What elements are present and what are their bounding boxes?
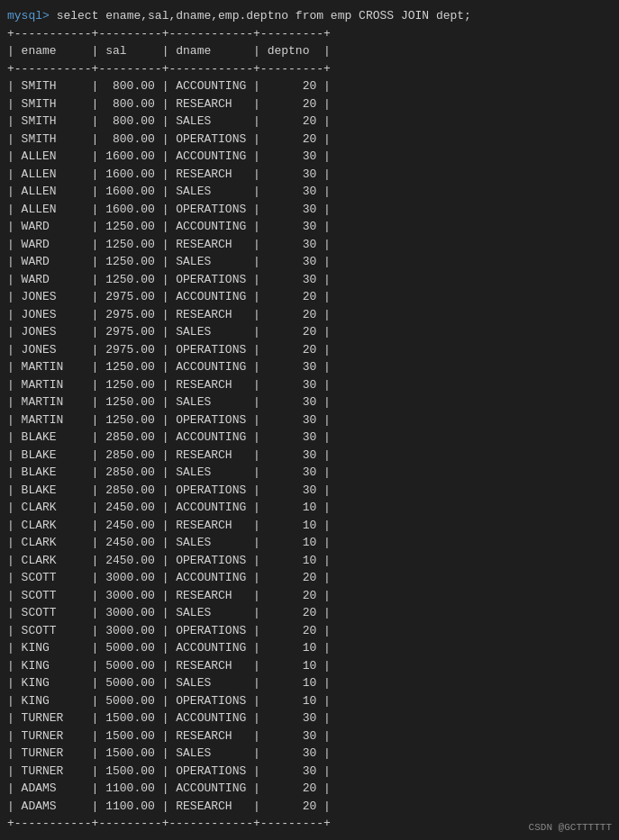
data-row: | WARD | 1250.00 | ACCOUNTING | 30 | (7, 220, 331, 233)
data-row: | KING | 5000.00 | SALES | 10 | (7, 676, 331, 690)
data-row: | JONES | 2975.00 | OPERATIONS | 20 | (7, 343, 331, 357)
data-row: | MARTIN | 1250.00 | ACCOUNTING | 30 | (7, 360, 331, 374)
data-row: | TURNER | 1500.00 | RESEARCH | 30 | (7, 729, 331, 743)
data-row: | CLARK | 2450.00 | ACCOUNTING | 10 | (7, 501, 331, 514)
data-row: | CLARK | 2450.00 | RESEARCH | 10 | (7, 519, 331, 532)
data-row: | MARTIN | 1250.00 | RESEARCH | 30 | (7, 378, 331, 392)
data-row: | SCOTT | 3000.00 | OPERATIONS | 20 | (7, 624, 331, 637)
data-row: | ALLEN | 1600.00 | RESEARCH | 30 | (7, 167, 331, 181)
terminal: mysql> select ename,sal,dname,emp.deptno… (7, 7, 612, 833)
data-row: | WARD | 1250.00 | SALES | 30 | (7, 255, 331, 268)
data-row: | KING | 5000.00 | OPERATIONS | 10 | (7, 694, 331, 708)
mysql-prompt: mysql> (7, 9, 50, 23)
data-row: | ADAMS | 1100.00 | RESEARCH | 20 | (7, 799, 331, 813)
data-row: | TURNER | 1500.00 | ACCOUNTING | 30 | (7, 711, 331, 725)
data-row: | TURNER | 1500.00 | OPERATIONS | 30 | (7, 764, 331, 778)
data-row: | CLARK | 2450.00 | OPERATIONS | 10 | (7, 554, 331, 567)
data-row: | TURNER | 1500.00 | SALES | 30 | (7, 746, 331, 760)
data-row: | JONES | 2975.00 | SALES | 20 | (7, 325, 331, 339)
top-border: +-----------+---------+------------+----… (7, 27, 331, 41)
watermark: CSDN @GCTTTTTT (529, 822, 612, 833)
data-row: | MARTIN | 1250.00 | OPERATIONS | 30 | (7, 413, 331, 427)
command-line: mysql> select ename,sal,dname,emp.deptno… (7, 7, 612, 25)
data-row: | ALLEN | 1600.00 | SALES | 30 | (7, 185, 331, 198)
data-row: | KING | 5000.00 | RESEARCH | 10 | (7, 659, 331, 673)
data-row: | SCOTT | 3000.00 | RESEARCH | 20 | (7, 589, 331, 602)
data-row: | SCOTT | 3000.00 | ACCOUNTING | 20 | (7, 571, 331, 584)
header-row: | ename | sal | dname | deptno | (7, 44, 331, 58)
data-row: | CLARK | 2450.00 | SALES | 10 | (7, 536, 331, 549)
data-row: | ALLEN | 1600.00 | OPERATIONS | 30 | (7, 203, 331, 216)
header-sep: +-----------+---------+------------+----… (7, 62, 331, 76)
data-row: | WARD | 1250.00 | RESEARCH | 30 | (7, 238, 331, 251)
data-row: | SMITH | 800.00 | OPERATIONS | 20 | (7, 132, 331, 146)
data-row: | BLAKE | 2850.00 | OPERATIONS | 30 | (7, 483, 331, 497)
data-row: | JONES | 2975.00 | ACCOUNTING | 20 | (7, 290, 331, 303)
data-row: | BLAKE | 2850.00 | RESEARCH | 30 | (7, 448, 331, 462)
data-row: | JONES | 2975.00 | RESEARCH | 20 | (7, 308, 331, 321)
data-row: | SCOTT | 3000.00 | SALES | 20 | (7, 606, 331, 619)
data-row: | BLAKE | 2850.00 | SALES | 30 | (7, 465, 331, 479)
data-row: | MARTIN | 1250.00 | SALES | 30 | (7, 395, 331, 409)
data-row: | ADAMS | 1100.00 | ACCOUNTING | 20 | (7, 781, 331, 795)
result-area: +-----------+---------+------------+----… (7, 25, 612, 833)
data-row: | SMITH | 800.00 | RESEARCH | 20 | (7, 97, 331, 111)
bottom-border: +-----------+---------+------------+----… (7, 817, 331, 830)
data-row: | KING | 5000.00 | ACCOUNTING | 10 | (7, 641, 331, 655)
data-row: | WARD | 1250.00 | OPERATIONS | 30 | (7, 273, 331, 286)
data-row: | ALLEN | 1600.00 | ACCOUNTING | 30 | (7, 149, 331, 163)
data-row: | BLAKE | 2850.00 | ACCOUNTING | 30 | (7, 430, 331, 444)
data-row: | SMITH | 800.00 | SALES | 20 | (7, 114, 331, 128)
data-row: | SMITH | 800.00 | ACCOUNTING | 20 | (7, 79, 331, 93)
command-text: select ename,sal,dname,emp.deptno from e… (57, 9, 471, 23)
